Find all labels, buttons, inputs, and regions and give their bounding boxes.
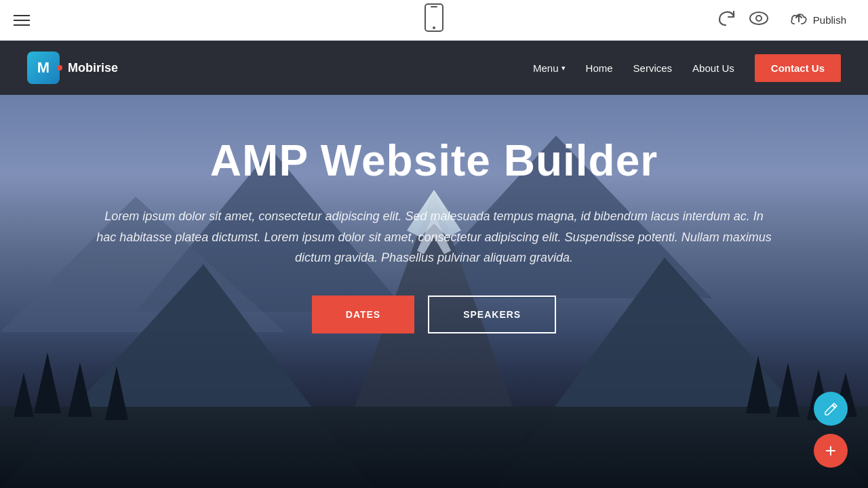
toolbar-right: Publish [718, 8, 854, 32]
mobile-preview-icon[interactable] [425, 3, 443, 37]
svg-point-3 [750, 12, 768, 24]
hero-title: AMP Website Builder [81, 136, 787, 186]
menu-label: Menu [533, 62, 559, 74]
svg-rect-13 [0, 407, 868, 488]
publish-button[interactable]: Publish [782, 8, 854, 32]
svg-point-1 [433, 26, 435, 29]
publish-label: Publish [813, 14, 846, 26]
hero-buttons: DATES SPEAKERS [81, 296, 787, 333]
nav-home[interactable]: Home [586, 62, 613, 74]
undo-icon[interactable] [718, 11, 736, 30]
hero-subtitle: Lorem ipsum dolor sit amet, consectetur … [95, 206, 773, 268]
hero-content: AMP Website Builder Lorem ipsum dolor si… [0, 95, 868, 361]
logo-letter: M [37, 59, 50, 77]
svg-marker-14 [34, 352, 61, 413]
logo-icon: M [27, 52, 60, 84]
dates-button[interactable]: DATES [312, 296, 414, 333]
nav-menu-dropdown[interactable]: Menu ▾ [533, 62, 566, 74]
logo-area: M Mobirise [27, 52, 118, 84]
toolbar: Publish [0, 0, 868, 41]
add-fab-button[interactable]: + [814, 434, 848, 468]
navbar: M Mobirise Menu ▾ Home Services About Us… [0, 41, 868, 95]
svg-marker-17 [14, 373, 34, 417]
cloud-upload-icon [790, 12, 808, 28]
speakers-button[interactable]: SPEAKERS [428, 296, 556, 333]
toolbar-center [425, 3, 443, 37]
contact-us-button[interactable]: Contact Us [755, 54, 841, 82]
nav-services[interactable]: Services [633, 62, 673, 74]
svg-marker-15 [68, 363, 92, 417]
hamburger-menu-icon[interactable] [14, 15, 30, 26]
hero-section: AMP Website Builder Lorem ipsum dolor si… [0, 95, 868, 488]
toolbar-left [14, 15, 30, 26]
nav-about[interactable]: About Us [692, 62, 734, 74]
logo-text: Mobirise [68, 61, 118, 75]
preview-icon[interactable] [749, 12, 768, 29]
edit-fab-button[interactable] [814, 392, 848, 426]
fab-container: + [814, 392, 848, 468]
chevron-down-icon: ▾ [561, 64, 566, 73]
svg-point-4 [756, 16, 762, 21]
nav-links: Menu ▾ Home Services About Us Contact Us [533, 54, 841, 82]
